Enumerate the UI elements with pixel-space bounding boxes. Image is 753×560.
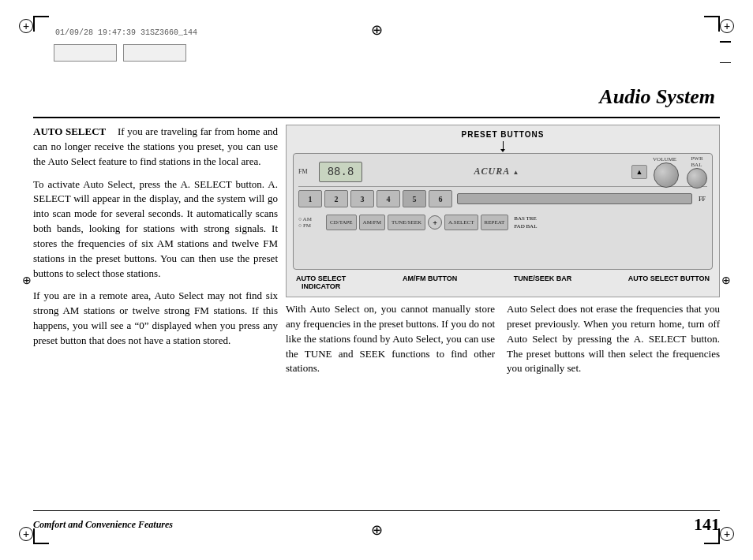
- preset-buttons-row: 1 2 3 4 5 6 FF: [298, 187, 707, 211]
- preset-btn-2[interactable]: 2: [324, 190, 348, 207]
- page-title: Audio System: [599, 85, 715, 109]
- auto-select-intro: AUTO SELECT If you are traveling far fro…: [33, 125, 278, 170]
- reg-mark-bl: [19, 527, 33, 541]
- eject-button: ▲: [631, 165, 647, 179]
- preset-btn-6[interactable]: 6: [429, 190, 452, 207]
- top-rect-2: [123, 44, 186, 62]
- crosshair-right: ⊕: [721, 274, 731, 287]
- am-fm-btn[interactable]: AM/FM: [359, 215, 385, 230]
- preset-arrowhead: [500, 149, 505, 152]
- am-fm-button-label: AM/FM BUTTON: [403, 274, 457, 290]
- extra-knob: [687, 168, 707, 189]
- top-rect-group: [54, 44, 186, 62]
- corner-bracket-tr: [704, 16, 720, 32]
- plus-btn[interactable]: +: [428, 215, 442, 230]
- below-diagram-right: Auto Select does not erase the frequenci…: [507, 302, 720, 384]
- auto-select-button-label: AUTO SELECT BUTTON: [628, 274, 710, 290]
- content-area: AUTO SELECT If you are traveling far fro…: [33, 125, 720, 497]
- tune-seek-bar-label: TUNE/SEEK BAR: [514, 274, 572, 290]
- right-mark-top: [720, 41, 731, 63]
- volume-label: VOLUME: [653, 156, 676, 162]
- meta-timestamp: 01/09/28 19:47:39 31SZ3660_144: [55, 28, 197, 37]
- with-auto-select-para: With Auto Select on, you cannot manually…: [286, 302, 495, 376]
- reg-mark-tr: [720, 19, 734, 33]
- ff-label: FF: [699, 196, 706, 203]
- radio-bottom-row: ○ AM○ FM CD/TAPE AM/FM TUNE/SEEK + A.SEL…: [298, 211, 707, 233]
- below-diagram-left: With Auto Select on, you cannot manually…: [286, 302, 495, 384]
- radio-face: FM 88.8 ACURA ▲ ▲: [294, 154, 712, 269]
- diagram-area: PRESET BUTTONS FM 88.8: [286, 125, 720, 297]
- footer-section-label: Comfort and Convenience Features: [33, 519, 173, 531]
- preset-btn-5[interactable]: 5: [403, 190, 426, 207]
- radio-display: 88.8: [319, 162, 362, 182]
- bal-controls: BAS TRE FAD BAL: [514, 215, 537, 230]
- preset-arrow: [503, 141, 504, 149]
- radio-top-row: FM 88.8 ACURA ▲ ▲: [298, 157, 707, 187]
- volume-area: VOLUME: [650, 156, 679, 188]
- auto-select-indicator-label: AUTO SELECTINDICATOR: [296, 274, 346, 290]
- preset-btn-3[interactable]: 3: [350, 190, 374, 207]
- page-footer: Comfort and Convenience Features 141: [33, 510, 720, 535]
- corner-bracket-tl: [33, 16, 49, 32]
- am-indicator: ○ AM○ FM: [298, 216, 324, 229]
- fm-label: FM: [298, 168, 316, 175]
- preset-buttons-label: PRESET BUTTONS: [293, 130, 713, 139]
- a-select-btn[interactable]: A.SELECT: [444, 215, 478, 230]
- tune-seek-btn[interactable]: TUNE/SEEK: [388, 215, 425, 230]
- auto-select-remote-para: If you are in a remote area, Auto Select…: [33, 289, 278, 348]
- logo-text: ACURA: [474, 166, 510, 177]
- reg-mark-tl: [19, 19, 33, 33]
- auto-select-does-not-erase-para: Auto Select does not erase the frequenci…: [507, 302, 720, 376]
- display-text: 88.8: [328, 166, 354, 178]
- preset-btn-4[interactable]: 4: [376, 190, 400, 207]
- reg-mark-br: [720, 527, 734, 541]
- cd-tape-btn[interactable]: CD/TAPE: [326, 215, 357, 230]
- title-rule: [33, 117, 720, 118]
- auto-select-heading: AUTO SELECT: [33, 125, 106, 137]
- logo-sub: ▲: [513, 169, 520, 176]
- bottom-labels-row: AUTO SELECTINDICATOR AM/FM BUTTON TUNE/S…: [293, 274, 713, 290]
- left-column: AUTO SELECT If you are traveling far fro…: [33, 125, 278, 357]
- seek-bar[interactable]: [457, 193, 692, 204]
- extra-knob-area: PWRBAL: [687, 155, 707, 189]
- crosshair-top: ⊕: [369, 22, 384, 38]
- page-number: 141: [694, 514, 720, 535]
- fad-bal-label: FAD BAL: [514, 223, 537, 230]
- crosshair-left: ⊕: [22, 274, 32, 287]
- top-rect-1: [54, 44, 117, 62]
- extra-knob-label: PWRBAL: [691, 155, 702, 168]
- acura-logo: ACURA ▲: [365, 166, 628, 177]
- preset-btn-1[interactable]: 1: [298, 190, 322, 207]
- volume-knob: [654, 162, 679, 188]
- repeat-btn[interactable]: REPEAT: [481, 215, 509, 230]
- auto-select-activate-para: To activate Auto Select, press the A. SE…: [33, 177, 278, 282]
- radio-diagram: FM 88.8 ACURA ▲ ▲: [293, 153, 713, 270]
- bas-label: BAS TRE: [514, 215, 537, 222]
